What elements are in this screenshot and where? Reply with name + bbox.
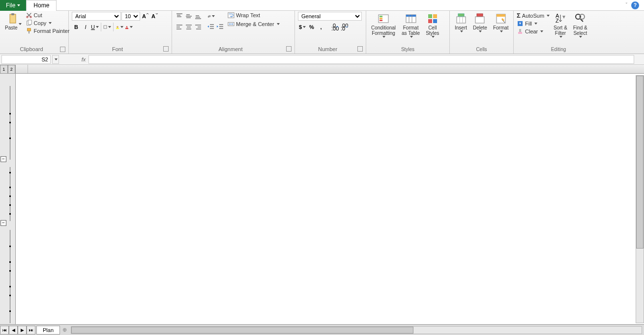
font-launcher[interactable] [163, 46, 169, 52]
fill-button[interactable]: Fill [517, 20, 550, 27]
svg-text:ab: ab [207, 14, 211, 18]
outline-collapse-2[interactable]: − [0, 220, 6, 226]
last-sheet-button[interactable]: ⏭ [27, 326, 35, 335]
increase-indent-button[interactable] [216, 23, 225, 31]
svg-rect-57 [457, 17, 466, 23]
insert-cells-button[interactable]: Insert [453, 12, 469, 33]
merge-center-button[interactable]: Merge & Center [228, 21, 280, 28]
file-menu[interactable]: File [0, 0, 26, 11]
svg-rect-48 [380, 20, 382, 21]
clear-button[interactable]: Clear [517, 28, 550, 35]
sheet-tab-bar: ⏮ ◀ ▶ ⏭ Plan ⊕ [0, 324, 644, 335]
menu-tab-home[interactable]: Home [26, 0, 57, 11]
sheet-tab-plan[interactable]: Plan [36, 326, 60, 335]
align-middle-button[interactable] [184, 12, 193, 21]
fill-color-button[interactable] [115, 23, 124, 31]
svg-text:Z: Z [556, 18, 559, 24]
vertical-scrollbar[interactable] [636, 75, 644, 323]
italic-button[interactable]: I [81, 23, 90, 31]
svg-rect-46 [380, 16, 382, 17]
accounting-button[interactable]: $ [298, 23, 307, 31]
minimize-ribbon-icon[interactable]: ˇ [626, 2, 627, 8]
align-right-button[interactable] [194, 23, 203, 31]
svg-rect-6 [27, 28, 30, 31]
formula-bar-row: S2 fx [0, 54, 644, 65]
align-top-button[interactable] [175, 12, 184, 21]
grow-font-button[interactable]: A [141, 12, 149, 21]
svg-rect-53 [428, 14, 432, 18]
outline-level-2[interactable]: 2 [8, 65, 16, 74]
svg-rect-55 [428, 19, 432, 23]
underline-button[interactable]: U [90, 23, 99, 31]
svg-rect-68 [519, 29, 521, 32]
format-painter-button[interactable]: Format Painter [26, 28, 70, 34]
outline-collapse-1[interactable]: − [0, 156, 6, 162]
copy-button[interactable]: Copy [26, 20, 70, 27]
format-cells-button[interactable]: Format [491, 12, 511, 33]
number-launcher[interactable] [357, 46, 363, 52]
prev-sheet-button[interactable]: ◀ [9, 326, 18, 335]
help-icon[interactable]: ? [631, 1, 639, 9]
new-sheet-button[interactable]: ⊕ [60, 327, 69, 333]
align-left-button[interactable] [175, 23, 184, 31]
svg-rect-47 [380, 18, 382, 19]
svg-text:A: A [142, 13, 146, 19]
conditional-formatting-button[interactable]: Conditional Formatting [369, 12, 398, 39]
svg-rect-10 [104, 26, 107, 28]
align-launcher[interactable] [286, 46, 292, 52]
clipboard-launcher[interactable] [60, 47, 65, 52]
svg-rect-67 [518, 32, 522, 34]
shrink-font-button[interactable]: A [150, 12, 159, 21]
cell-styles-button[interactable]: Cell Styles [424, 12, 441, 39]
find-select-button[interactable]: Find & Select [571, 12, 589, 39]
svg-rect-56 [433, 19, 437, 23]
border-button[interactable] [103, 23, 112, 31]
wrap-text-button[interactable]: Wrap Text [228, 12, 280, 19]
svg-rect-0 [10, 14, 16, 23]
decrease-decimal-button[interactable]: .00.0 [340, 23, 349, 31]
formula-bar[interactable] [88, 55, 634, 64]
first-sheet-button[interactable]: ⏮ [0, 326, 9, 335]
align-bottom-button[interactable] [194, 12, 203, 21]
outline-column: 12 − − [0, 65, 16, 324]
horizontal-scrollbar[interactable] [71, 326, 642, 334]
font-size-select[interactable]: 10 [121, 12, 140, 21]
svg-rect-61 [475, 17, 484, 23]
align-center-button[interactable] [184, 23, 193, 31]
svg-rect-62 [477, 14, 483, 16]
svg-rect-64 [497, 14, 505, 17]
autosum-button[interactable]: ΣAutoSum [517, 12, 550, 19]
number-format-select[interactable]: General [298, 12, 362, 21]
paste-button[interactable]: Paste [3, 12, 24, 31]
bold-button[interactable]: B [72, 23, 81, 31]
svg-rect-13 [125, 28, 128, 29]
svg-text:.0: .0 [341, 26, 345, 31]
next-sheet-button[interactable]: ▶ [18, 326, 27, 335]
fx-icon[interactable]: fx [79, 56, 88, 62]
svg-rect-54 [433, 14, 437, 18]
cut-button[interactable]: Cut [26, 12, 70, 19]
menubar: File Home ˇ ? [0, 0, 644, 11]
svg-rect-7 [29, 31, 29, 33]
svg-rect-11 [116, 28, 119, 29]
svg-text:A: A [151, 13, 155, 19]
sort-filter-button[interactable]: AZSort & Filter [552, 12, 569, 39]
decrease-indent-button[interactable] [206, 23, 215, 31]
svg-rect-1 [11, 13, 14, 15]
font-name-select[interactable]: Arial [72, 12, 121, 21]
name-box[interactable]: S2 [1, 55, 51, 64]
orientation-button[interactable]: ab [206, 12, 215, 21]
svg-text:A: A [126, 26, 128, 28]
percent-button[interactable]: % [307, 23, 316, 31]
delete-cells-button[interactable]: Delete [471, 12, 489, 33]
outline-level-1[interactable]: 1 [0, 65, 8, 74]
ribbon: Paste Cut Copy Format Painter Clipboard … [0, 11, 644, 54]
increase-decimal-button[interactable]: .0.00 [330, 23, 339, 31]
font-color-button[interactable]: A [124, 23, 133, 31]
svg-rect-50 [406, 15, 416, 17]
comma-button[interactable]: , [317, 23, 325, 31]
format-as-table-button[interactable]: Format as Table [400, 12, 422, 39]
svg-rect-58 [458, 14, 464, 16]
name-box-dropdown[interactable] [52, 55, 59, 64]
svg-rect-5 [28, 20, 31, 25]
